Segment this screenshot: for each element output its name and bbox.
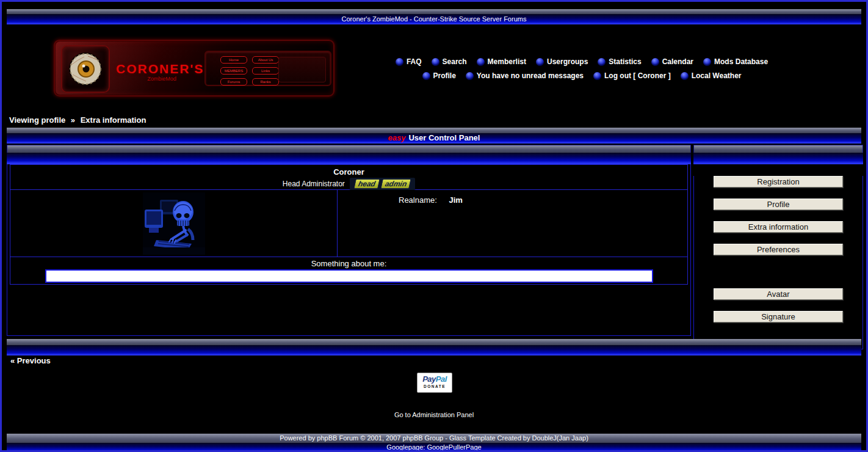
about-me-input[interactable] [45,269,653,283]
blue-sphere-icon [651,58,659,66]
footer-credits: Powered by phpBB Forum © 2001, 2007 phpB… [7,434,861,443]
top-nav-row-1: FAQ Search Memberlist Usergroups Statist… [362,56,801,68]
realname-cell: Realname: Jim [338,190,687,257]
site-title-bar: Coroner's ZombieMod - Counter-Strike Sou… [7,9,861,24]
nav-link-profile[interactable]: Profile [422,71,456,80]
nav-link-local-weather[interactable]: Local Weather [681,71,742,80]
logo-menu-home[interactable]: Home [220,56,247,64]
profile-identity-row: Coroner Head Administrator head admin [10,165,687,190]
sidebar-button-registration[interactable]: Registration [714,176,843,188]
ucp-sidebar-panel: Registration Profile Extra information P… [693,145,863,349]
sidebar-button-avatar[interactable]: Avatar [714,288,843,300]
head-admin-badge: head admin [350,178,415,190]
badge-word-admin: admin [380,179,411,189]
blue-sphere-icon [396,58,403,66]
nav-link-usergroups[interactable]: Usergroups [536,57,588,66]
profile-username: Coroner [10,167,687,177]
ucp-accent: easy [388,133,406,142]
previous-link[interactable]: « Previous [10,356,51,365]
sidebar-button-signature[interactable]: Signature [714,311,843,323]
logo-menu-ranks[interactable]: Ranks [252,78,279,86]
eyeball-icon [68,51,103,87]
footer-bar: Powered by phpBB Forum © 2001, 2007 phpB… [7,434,861,452]
top-nav: FAQ Search Memberlist Usergroups Statist… [362,56,801,84]
about-row: Something about me: [10,257,687,284]
profile-table: Coroner Head Administrator head admin [10,164,688,285]
ucp-header-bar: easyUser Control Panel [7,128,861,144]
top-nav-row-2: Profile You have no unread messages Log … [362,70,801,82]
logo-menu-empty-box [278,57,326,82]
badge-word-head: head [353,179,380,189]
footer-googlepage[interactable]: Googlepage: GooglePullerPage [7,443,861,452]
logo-menu-links[interactable]: Links [252,67,279,75]
blue-sphere-icon [598,58,606,66]
footer-grey-strip: Powered by phpBB Forum © 2001, 2007 phpB… [7,434,861,443]
page-root: Coroner's ZombieMod - Counter-Strike Sou… [0,0,868,452]
admin-panel-link[interactable]: Go to Administration Panel [2,411,866,418]
paypal-donate-label: DONATE [418,384,452,388]
title-bar-grey-strip [7,9,861,14]
realname-value: Jim [449,195,463,205]
closing-bar-grey-strip [7,339,861,345]
nav-link-search[interactable]: Search [432,57,467,66]
nav-link-faq[interactable]: FAQ [396,57,422,66]
sidebar-body: Registration Profile Extra information P… [693,176,863,349]
ucp-bar-grey-strip [7,128,861,133]
logo-mini-menu: Home About Us MEMBERS Links Forums Ranks [204,51,331,86]
profile-panel-body: Coroner Head Administrator head admin [7,164,691,336]
about-label: Something about me: [10,259,687,268]
blue-sphere-icon [432,58,439,66]
paypal-logo: PayPal [418,374,452,384]
profile-rank-line: Head Administrator head admin [10,178,687,190]
site-logo-banner[interactable]: CORONER'S ZombieMod Home About Us MEMBER… [54,40,335,97]
logo-menu-forums[interactable]: Forums [220,78,247,86]
site-title: Coroner's ZombieMod - Counter-Strike Sou… [7,14,861,24]
profile-detail-row: Realname: Jim [10,190,687,257]
title-bar-blue-strip: Coroner's ZombieMod - Counter-Strike Sou… [7,14,861,24]
realname-label: Realname: [399,195,437,205]
logo-eye-box [61,45,110,93]
blue-sphere-icon [703,58,711,66]
nav-link-logout[interactable]: Log out [ Coroner ] [593,71,671,80]
ucp-title-text: User Control Panel [408,133,480,142]
logo-brand-subtitle: ZombieMod [116,76,208,82]
content-closing-bar [7,339,861,355]
breadcrumb-separator: » [71,115,75,125]
skeleton-at-computer-image [143,192,205,255]
breadcrumb-current[interactable]: Extra information [81,115,146,125]
ucp-header-title: easyUser Control Panel [7,133,861,143]
avatar-cell [10,190,338,257]
logo-menu-about[interactable]: About Us [252,56,279,64]
ucp-bar-blue-strip: easyUser Control Panel [7,133,861,144]
blue-sphere-icon [477,58,485,66]
sidebar-button-profile[interactable]: Profile [714,199,843,210]
nav-link-messages[interactable]: You have no unread messages [466,71,584,80]
logo-mini-menu-grid: Home About Us MEMBERS Links Forums Ranks [220,56,279,86]
blue-sphere-icon [466,72,474,80]
footer-blue-strip: Googlepage: GooglePullerPage [7,443,861,452]
sidebar-header-blue [693,153,863,164]
blue-sphere-icon [422,72,430,80]
profile-rank: Head Administrator [283,180,345,188]
sidebar-header-grey [693,145,863,153]
breadcrumb: Viewing profile » Extra information [9,115,149,125]
profile-panel-header-blue [7,153,691,164]
nav-link-calendar[interactable]: Calendar [651,57,693,66]
blue-sphere-icon [681,72,689,80]
nav-link-memberlist[interactable]: Memberlist [477,57,526,66]
paypal-donate-button[interactable]: PayPal DONATE [417,373,452,393]
nav-link-statistics[interactable]: Statistics [598,57,641,66]
profile-panel: Coroner Head Administrator head admin [7,145,691,336]
sidebar-button-extra-information[interactable]: Extra information [714,221,843,233]
logo-menu-members[interactable]: MEMBERS [220,67,247,75]
sidebar-button-preferences[interactable]: Preferences [714,244,843,255]
closing-bar-blue-strip [7,345,861,355]
profile-panel-header-grey [7,145,691,153]
blue-sphere-icon [536,58,544,66]
blue-sphere-icon [593,72,601,80]
nav-link-mods-database[interactable]: Mods Database [703,57,768,66]
breadcrumb-section[interactable]: Viewing profile [9,115,65,125]
